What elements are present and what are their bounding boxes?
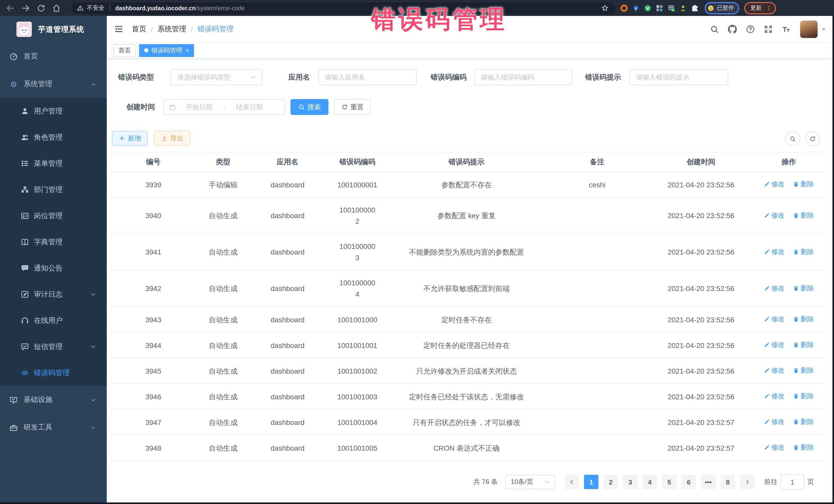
page-button[interactable]: •••: [701, 475, 716, 489]
delete-link[interactable]: 删除: [793, 365, 814, 376]
reload-icon[interactable]: [36, 3, 46, 13]
delete-link[interactable]: 删除: [793, 416, 814, 428]
edit-link[interactable]: 修改: [764, 179, 785, 190]
sidebar-item[interactable]: 审计日志: [0, 281, 107, 307]
reset-button[interactable]: 重置: [334, 99, 371, 115]
delete-link[interactable]: 删除: [793, 391, 814, 402]
fullscreen-icon[interactable]: [764, 24, 773, 34]
font-size-icon[interactable]: [782, 24, 791, 34]
home-icon[interactable]: [51, 3, 62, 13]
page-button[interactable]: 1: [584, 475, 598, 489]
delete-icon: [793, 342, 799, 348]
close-icon[interactable]: ×: [186, 47, 189, 53]
sidebar-menu: 首页 系统管理 用户管理: [0, 43, 107, 504]
delete-link[interactable]: 删除: [793, 339, 814, 351]
user-avatar[interactable]: [800, 20, 817, 38]
delete-icon: [793, 285, 799, 291]
search-button[interactable]: 搜索: [290, 99, 328, 115]
app-name-input[interactable]: [318, 69, 417, 85]
refresh-table-button[interactable]: [805, 131, 820, 146]
help-icon[interactable]: [746, 24, 755, 34]
sidebar-item[interactable]: 错误码管理: [0, 360, 107, 386]
view-tab[interactable]: 首页 ×: [113, 44, 136, 57]
extension-icon-person[interactable]: [679, 4, 687, 12]
edit-link[interactable]: 修改: [764, 339, 785, 351]
github-icon[interactable]: [728, 24, 737, 34]
page-size-select[interactable]: 10条/页: [505, 475, 555, 489]
bookmark-star-icon[interactable]: [601, 4, 609, 12]
sidebar-item[interactable]: 字典管理: [0, 229, 107, 255]
edit-link[interactable]: 修改: [764, 246, 785, 257]
prev-page-button[interactable]: [565, 475, 579, 489]
extension-icon-gem[interactable]: [632, 4, 640, 12]
delete-link[interactable]: 删除: [793, 210, 814, 221]
page-button[interactable]: 4: [642, 475, 657, 489]
id-cell: 3939: [110, 172, 196, 197]
overlay-annotation: 错误码管理: [371, 3, 507, 36]
edit-link[interactable]: 修改: [764, 416, 785, 428]
browser-menu-icon[interactable]: [766, 4, 772, 12]
extension-icon-tampermonkey[interactable]: on: [667, 4, 675, 12]
address-bar[interactable]: 不安全 dashboard.yudao.iocoder.cn/system/er…: [71, 2, 615, 14]
browser-profile-badge[interactable]: 已暂停: [705, 2, 739, 14]
delete-link-label: 删除: [800, 210, 814, 221]
delete-link[interactable]: 删除: [793, 442, 814, 453]
page-button[interactable]: 8: [721, 475, 735, 489]
sidebar-item[interactable]: 通知公告: [0, 255, 107, 281]
edit-link[interactable]: 修改: [764, 313, 785, 325]
delete-link-label: 删除: [800, 313, 814, 325]
page-button[interactable]: 5: [662, 475, 676, 489]
sidebar-item[interactable]: 岗位管理: [0, 203, 107, 229]
edit-link[interactable]: 修改: [764, 283, 785, 294]
extension-icon-green-v[interactable]: [643, 4, 652, 12]
sidebar-item[interactable]: 菜单管理: [0, 150, 107, 177]
edit-link[interactable]: 修改: [764, 391, 785, 402]
sidebar-item[interactable]: 基础设施: [0, 386, 107, 414]
browser-update-button[interactable]: 更新: [744, 2, 776, 14]
caret-down-icon[interactable]: [821, 26, 827, 32]
back-icon[interactable]: [5, 3, 15, 13]
extension-puzzle-icon[interactable]: [691, 4, 699, 12]
sidebar-item[interactable]: 部门管理: [0, 177, 107, 203]
sidebar-item[interactable]: 角色管理: [0, 124, 107, 150]
view-tab[interactable]: 错误码管理 ×: [139, 44, 194, 57]
edit-link[interactable]: 修改: [764, 442, 785, 453]
forward-icon[interactable]: [21, 3, 31, 13]
next-page-button[interactable]: [740, 475, 754, 489]
delete-link[interactable]: 删除: [793, 246, 814, 257]
org-tree-icon: [21, 185, 29, 194]
page-button[interactable]: 3: [623, 475, 637, 489]
sidebar-item[interactable]: 短信管理: [0, 334, 107, 360]
toggle-search-button[interactable]: [785, 131, 800, 146]
user-icon: [21, 107, 29, 115]
edit-link[interactable]: 修改: [764, 210, 785, 221]
plus-icon: [118, 135, 125, 141]
extension-icon-ring[interactable]: [620, 4, 628, 12]
breadcrumb-home[interactable]: 首页: [132, 24, 146, 34]
delete-link[interactable]: 删除: [793, 313, 814, 325]
sidebar-item[interactable]: 用户管理: [0, 98, 107, 124]
date-range-picker[interactable]: 开始日期 - 结束日期: [163, 99, 285, 115]
delete-link[interactable]: 删除: [793, 283, 814, 294]
export-button[interactable]: 导出: [154, 131, 191, 146]
hamburger-icon[interactable]: [114, 24, 124, 34]
breadcrumb-system[interactable]: 系统管理: [158, 24, 186, 34]
sidebar-item[interactable]: 首页: [0, 43, 107, 70]
app-logo[interactable]: 芋道管理系统: [0, 16, 107, 43]
error-code-input[interactable]: [474, 69, 572, 85]
error-type-select[interactable]: 请选择错误码类型: [170, 69, 262, 85]
edit-link[interactable]: 修改: [764, 365, 785, 376]
time-cell: 2021-04-20 23:52:56: [651, 234, 751, 270]
extension-icon-grid[interactable]: [655, 4, 664, 12]
page-button[interactable]: 6: [682, 475, 696, 489]
sidebar-item[interactable]: 研发工具: [0, 414, 107, 441]
add-button[interactable]: 新增: [112, 131, 148, 146]
delete-link[interactable]: 删除: [793, 179, 814, 190]
sidebar-item[interactable]: 系统管理: [0, 70, 107, 98]
error-msg-input[interactable]: [629, 69, 728, 85]
sidebar-item[interactable]: 在线用户: [0, 307, 107, 334]
page-button[interactable]: 2: [603, 475, 618, 489]
search-icon[interactable]: [710, 24, 719, 34]
code-cell: 100100000 2: [325, 197, 390, 234]
goto-page-input[interactable]: [781, 474, 804, 490]
